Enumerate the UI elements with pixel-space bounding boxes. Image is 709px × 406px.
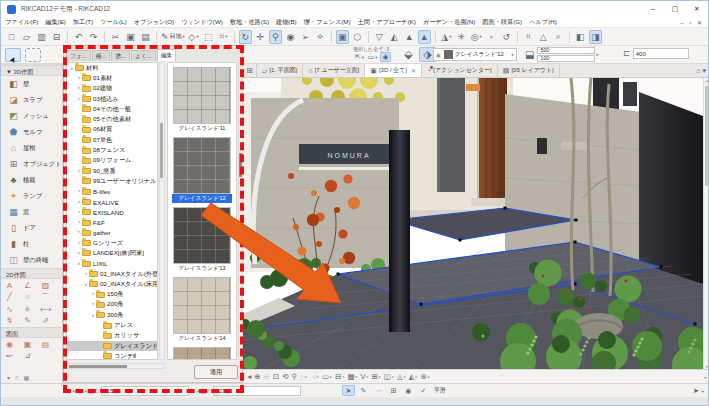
tree-item[interactable]: 05その他素材 xyxy=(67,114,157,124)
camera-icon[interactable]: ◉ xyxy=(4,340,15,349)
eye-icon[interactable]: ◉ xyxy=(402,385,415,396)
material-thumbnail[interactable]: グレイスランド'13 xyxy=(172,207,232,273)
cube-view-icon[interactable]: ▣ xyxy=(336,30,349,44)
eraser-icon[interactable]: ⬚ xyxy=(202,30,215,44)
menu-item[interactable]: ファイル(F) xyxy=(5,18,38,27)
pen-icon[interactable]: ✎ xyxy=(22,316,33,325)
marker-icon[interactable]: V▸ xyxy=(361,372,369,381)
upper-window-dark-1[interactable] xyxy=(593,78,619,111)
dim-style-icon[interactable]: ◬▸ xyxy=(397,372,406,381)
measure-icon[interactable]: ◇▾ xyxy=(187,30,200,44)
cut-icon[interactable]: ✂ xyxy=(109,30,122,44)
height-input[interactable]: 400 xyxy=(633,48,689,59)
explore-icon[interactable]: ⚲ xyxy=(291,372,297,381)
orbit-icon[interactable]: ↻ xyxy=(239,30,252,44)
tree-hscrollbar[interactable] xyxy=(66,363,165,369)
tree-item[interactable]: >F&F xyxy=(67,217,157,227)
section-2d-header[interactable]: 2D作図 xyxy=(1,268,62,279)
left-stone-wall[interactable] xyxy=(251,98,399,268)
menu-item[interactable]: オプション(O) xyxy=(134,18,175,27)
tree-item[interactable]: >Gシリーズ xyxy=(67,238,157,248)
tree-item[interactable]: 04その他一般 xyxy=(67,104,157,114)
zoom-mini-icon[interactable]: ⌕ xyxy=(15,374,18,381)
black-pillar[interactable] xyxy=(389,130,410,332)
arc-icon[interactable]: ⌒ xyxy=(40,292,51,303)
slope-icon[interactable]: ⊿ xyxy=(22,351,33,360)
shadow-icon[interactable]: ◭▸ xyxy=(409,372,418,381)
sketch-icon[interactable]: ✎ xyxy=(357,385,370,396)
open-icon[interactable]: ▱ xyxy=(20,30,33,44)
spline-icon[interactable]: ∿ xyxy=(4,305,15,314)
snapshot-icon[interactable]: ◎▾ xyxy=(470,30,483,44)
entrance-pillar[interactable] xyxy=(437,78,465,192)
plane-top-icon[interactable]: ⬙ xyxy=(400,47,417,62)
arrow-tool-button[interactable]: ➤ xyxy=(5,48,21,62)
material-combo[interactable]: ▣ グレイスランド'12 ▸ xyxy=(433,48,517,61)
nav-scroll-right-icon[interactable]: ▸ xyxy=(704,374,707,380)
rock[interactable] xyxy=(575,313,623,339)
palette-tab[interactable]: よく... xyxy=(131,50,156,61)
tab-layout[interactable]: ▤[05 レイアウト] xyxy=(498,64,560,77)
bucket-icon[interactable]: ◮▾ xyxy=(440,30,453,44)
tab-3d[interactable]: ▣[3D / 全て]✕ xyxy=(365,64,422,77)
frame-icon[interactable]: ▫ xyxy=(485,30,498,44)
camera-path-icon[interactable]: ➢ xyxy=(299,30,312,44)
hatch-icon[interactable]: ▨ xyxy=(40,281,51,290)
tree-item[interactable]: 99ユーザーオリジナル xyxy=(67,176,157,186)
roof-tool[interactable]: ⌂屋根 xyxy=(1,140,62,156)
line-icon[interactable]: ╱ xyxy=(4,292,15,303)
maximize-button[interactable]: ▢ xyxy=(664,1,686,17)
tree-item[interactable]: ∨02_INAXタイル(床用) xyxy=(67,279,157,289)
wireframe-icon[interactable]: ⬡ xyxy=(351,30,364,44)
menu-item[interactable]: 敷地・道路(S) xyxy=(230,18,269,27)
close-icon[interactable]: ✕ xyxy=(411,67,416,74)
transfer-icon[interactable]: ◭ xyxy=(388,30,401,44)
mesh-tool[interactable]: ◩メッシュ xyxy=(1,108,62,124)
3d-scene[interactable]: NOMURA xyxy=(243,78,703,369)
menu-item[interactable]: ツール(L) xyxy=(100,18,126,27)
grid-snap-icon[interactable]: ⌗▾ xyxy=(217,30,230,44)
morph-tool[interactable]: ⬟モルフ xyxy=(1,124,62,140)
material-swatch[interactable] xyxy=(173,67,231,124)
redo-icon[interactable]: ↷ xyxy=(87,30,100,44)
slab-tool[interactable]: ◪スラブ xyxy=(1,92,62,108)
menu-item[interactable]: 図面・積算(G) xyxy=(482,18,522,27)
menu-item[interactable]: ウィンドウ(W) xyxy=(181,18,223,27)
zoom-sel-icon[interactable]: ⌕▸ xyxy=(300,372,307,382)
status-collapse-icons[interactable]: ▾ ▴ xyxy=(65,388,77,393)
material-thumbnail[interactable] xyxy=(172,347,232,360)
rect-select-icon[interactable]: ▭▾ xyxy=(367,52,378,62)
explore-icon[interactable]: ⟡ xyxy=(314,30,327,44)
tree-item[interactable]: アレス xyxy=(67,320,157,330)
tree-item[interactable]: ∨材料 xyxy=(67,63,157,73)
material-thumbnail[interactable]: グレイスランド'12 xyxy=(172,137,232,203)
wall-tool[interactable]: ◧壁 xyxy=(1,76,62,92)
palette-tab[interactable]: フォ... xyxy=(66,50,91,61)
tree-item[interactable]: >03植込み xyxy=(67,94,157,104)
new-icon[interactable]: □ xyxy=(5,30,18,44)
quad-view-icon[interactable]: ⊞ xyxy=(243,64,257,77)
home-view-icon[interactable]: ⌂ ▾ xyxy=(692,64,709,77)
dx-input[interactable]: 11523 xyxy=(101,386,189,396)
tree-item[interactable]: ∨LIXIL xyxy=(67,259,157,269)
tree-item[interactable]: >gather xyxy=(67,228,157,238)
tree-item[interactable]: >200角 xyxy=(67,300,157,310)
tile-size-bottom-input[interactable]: 100 xyxy=(537,55,595,62)
tree-item[interactable]: カリッサ xyxy=(67,331,157,341)
intercom[interactable] xyxy=(537,138,547,154)
tree-item[interactable]: >150角 xyxy=(67,290,157,300)
menu-item[interactable]: 編集(E) xyxy=(45,18,66,27)
apply-button[interactable]: 適用 xyxy=(194,365,238,379)
tab-action-center[interactable]: ◔[アクションセンター] xyxy=(422,64,498,77)
layer-icon[interactable]: ⊟▸ xyxy=(335,372,344,381)
tree-item[interactable]: 06材質 xyxy=(67,125,157,135)
wall-end-tool[interactable]: ◫壁の終端 xyxy=(1,252,62,268)
walk-icon[interactable]: ⚲ xyxy=(269,30,282,44)
look-icon[interactable]: ◉ xyxy=(284,30,297,44)
text-tool-icon[interactable]: A xyxy=(4,281,15,290)
circle-icon[interactable]: ○ xyxy=(22,292,33,303)
door-tool[interactable]: ▯ドア xyxy=(1,220,62,236)
tree-item[interactable]: >EXALIVE xyxy=(67,197,157,207)
palette-tab[interactable]: 塗... xyxy=(111,50,130,61)
column-tool[interactable]: ▮柱 xyxy=(1,236,62,252)
